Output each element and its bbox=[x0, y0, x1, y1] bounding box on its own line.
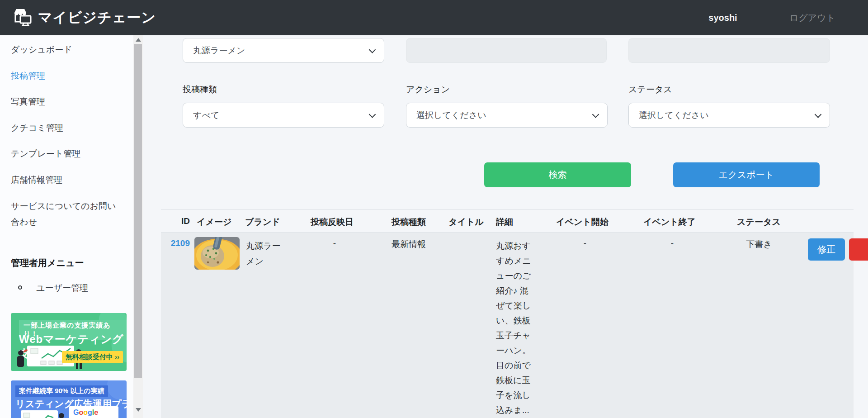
brand-title: マイビジチェーン bbox=[38, 8, 156, 27]
row-post-date: - bbox=[333, 238, 336, 248]
action-label: アクション bbox=[406, 84, 450, 95]
col-detail: 詳細 bbox=[496, 216, 513, 228]
export-button[interactable]: エクスポート bbox=[673, 162, 820, 187]
scrollbar-thumb[interactable] bbox=[134, 44, 142, 378]
sidebar: ダッシュボード 投稿管理 写真管理 クチコミ管理 テンプレート管理 店舗情報管理… bbox=[0, 35, 133, 418]
sidebar-item-dashboard[interactable]: ダッシュボード bbox=[11, 44, 124, 56]
post-type-label: 投稿種類 bbox=[183, 84, 217, 95]
row-status: 下書き bbox=[746, 238, 772, 250]
edit-button[interactable]: 修正 bbox=[808, 238, 845, 261]
table-row: 2109 丸源ラーメン - 最新情報 bbox=[161, 233, 854, 418]
status-label: ステータス bbox=[628, 84, 672, 95]
google-logo: Google bbox=[73, 408, 114, 417]
col-event-end: イベント終了 bbox=[643, 216, 696, 228]
logout-link[interactable]: ログアウト bbox=[789, 12, 835, 24]
sidebar-item-contact[interactable]: サービスについてのお問い合わせ bbox=[11, 198, 124, 230]
posts-table: ID イメージ ブランド 投稿反映日 投稿種類 タイトル 詳細 イベント開始 イ… bbox=[161, 209, 854, 418]
row-post-type: 最新情報 bbox=[392, 238, 426, 250]
row-brand: 丸源ラーメン bbox=[246, 238, 288, 269]
sidebar-item-users[interactable]: ユーザー管理 bbox=[36, 282, 88, 294]
sidebar-item-reviews[interactable]: クチコミ管理 bbox=[11, 122, 124, 134]
date-from-input[interactable] bbox=[406, 38, 607, 63]
col-status: ステータス bbox=[735, 216, 783, 228]
status-select[interactable]: 選択してください bbox=[628, 103, 830, 128]
sidebar-item-templates[interactable]: テンプレート管理 bbox=[11, 148, 124, 160]
col-title: タイトル bbox=[448, 216, 484, 228]
col-id: ID bbox=[168, 216, 190, 226]
header-right: syoshi ログアウト bbox=[708, 12, 868, 24]
search-button[interactable]: 検索 bbox=[484, 162, 631, 187]
ad2-illustration bbox=[14, 409, 64, 418]
row-id-link[interactable]: 2109 bbox=[168, 238, 190, 248]
delete-button[interactable] bbox=[849, 238, 868, 261]
row-detail: 丸源おすすめメニューのご紹介♪ 混ぜて楽しい、鉄板玉子チャーハン。目の前で鉄板に… bbox=[496, 238, 533, 418]
status-select-value: 選択してください bbox=[639, 109, 709, 121]
table-header-row: ID イメージ ブランド 投稿反映日 投稿種類 タイトル 詳細 イベント開始 イ… bbox=[161, 209, 854, 233]
storefront-monitor-icon bbox=[13, 7, 33, 28]
scroll-up-arrow-icon[interactable] bbox=[136, 38, 141, 42]
username[interactable]: syoshi bbox=[708, 13, 737, 23]
post-type-select[interactable]: すべて bbox=[183, 103, 384, 128]
col-image: イメージ bbox=[197, 216, 231, 228]
ad-banner-listing-ads[interactable]: 案件継続率 90% 以上の実績 リスティング広告運用プラン Google Par… bbox=[11, 380, 127, 418]
col-post-date: 投稿反映日 bbox=[311, 216, 354, 228]
brand-select-value: 丸源ラーメン bbox=[193, 45, 245, 57]
col-brand: ブランド bbox=[245, 216, 280, 228]
col-post-type: 投稿種類 bbox=[392, 216, 426, 228]
google-partner-card: Google Partner bbox=[69, 406, 118, 418]
ad1-cta-badge: 無料相談受付中 ›› bbox=[62, 351, 123, 363]
sidebar-item-posts[interactable]: 投稿管理 bbox=[11, 70, 124, 82]
ad2-badge: 案件継続率 90% 以上の実績 bbox=[15, 385, 108, 397]
action-select-value: 選択してください bbox=[416, 109, 486, 121]
row-event-end: - bbox=[671, 238, 674, 248]
top-header: マイビジチェーン syoshi ログアウト bbox=[0, 0, 868, 35]
bullet-circle-icon bbox=[18, 285, 22, 290]
sidebar-scrollbar[interactable] bbox=[133, 35, 143, 418]
admin-menu-title: 管理者用メニュー bbox=[11, 257, 84, 269]
sidebar-item-photos[interactable]: 写真管理 bbox=[11, 96, 124, 108]
scroll-down-arrow-icon[interactable] bbox=[136, 408, 141, 412]
action-select[interactable]: 選択してください bbox=[406, 103, 608, 128]
row-event-start: - bbox=[584, 238, 586, 248]
sidebar-item-stores[interactable]: 店舗情報管理 bbox=[11, 174, 124, 186]
brand-logo[interactable]: マイビジチェーン bbox=[0, 7, 156, 28]
brand-select[interactable]: 丸源ラーメン bbox=[183, 38, 384, 63]
date-to-input[interactable] bbox=[628, 38, 830, 63]
ad-banner-web-marketing[interactable]: 一部上場企業の支援実績あり！ Webマーケティング支援 bbox=[11, 313, 127, 371]
col-event-start: イベント開始 bbox=[556, 216, 609, 228]
row-food-image[interactable] bbox=[194, 237, 240, 270]
page: マイビジチェーン syoshi ログアウト ダッシュボード 投稿管理 写真管理 … bbox=[0, 0, 868, 418]
post-type-select-value: すべて bbox=[193, 109, 219, 121]
